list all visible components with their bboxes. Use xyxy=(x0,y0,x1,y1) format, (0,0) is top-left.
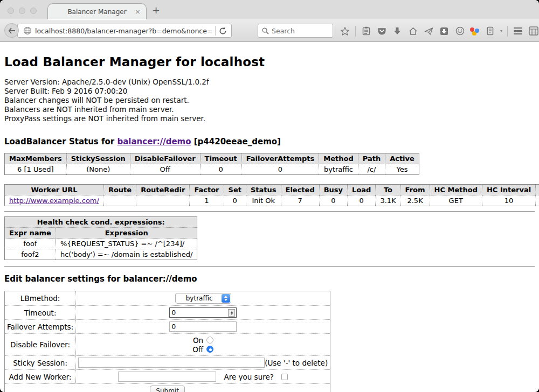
timeout-row: Timeout: xyxy=(5,306,330,320)
balancer-status-table: MaxMembers StickySession DisableFailover… xyxy=(4,153,419,175)
radio-off[interactable] xyxy=(206,346,213,353)
zoom-window-button[interactable] xyxy=(30,8,37,14)
number-spinner-icon[interactable] xyxy=(228,309,235,317)
balancer-demo-link[interactable]: balancer://demo xyxy=(117,137,191,146)
health-table-title-row: Health check cond. expressions: xyxy=(5,217,197,228)
window-controls xyxy=(8,8,37,14)
notes-panel-icon[interactable] xyxy=(485,26,495,37)
col-status: Status xyxy=(246,185,281,195)
col-elected: Elected xyxy=(281,185,319,195)
submit-button[interactable]: Submit xyxy=(150,386,185,392)
cell-elected: 7 xyxy=(281,195,319,206)
col-path: Path xyxy=(358,153,385,164)
download-panel-icon[interactable] xyxy=(439,26,450,37)
reload-icon[interactable] xyxy=(219,27,227,35)
sticky-session-input[interactable] xyxy=(78,358,265,368)
lbmethod-row: LBmethod: bytraffic xyxy=(5,291,330,306)
lbmethod-select[interactable]: bytraffic xyxy=(175,293,231,304)
sticky-session-row: Sticky Session: (Use '-' to delete) xyxy=(5,356,330,370)
cell-from: 2.5K xyxy=(400,195,430,206)
submit-row: Submit xyxy=(5,384,330,392)
status-heading-suffix: [p4420eeae_demo] xyxy=(191,137,281,146)
url-text[interactable]: localhost:8880/balancer-manager?b=demo&n… xyxy=(35,27,212,35)
timeout-label: Timeout: xyxy=(5,306,76,320)
radio-on[interactable] xyxy=(206,337,213,344)
home-icon[interactable] xyxy=(407,26,418,37)
search-input[interactable] xyxy=(272,27,333,35)
add-worker-row: Add New Worker: Are you sure? xyxy=(5,370,330,384)
cell-path: /c/ xyxy=(358,164,385,175)
cell-load: 0 xyxy=(348,195,376,206)
cell-busy: 0 xyxy=(319,195,347,206)
cell-disablefailover: Off xyxy=(130,164,200,175)
disable-failover-row: Disable Failover: On Off xyxy=(5,334,330,356)
clipboard-icon[interactable] xyxy=(361,26,371,37)
cell-failoverattempts: 0 xyxy=(241,164,319,175)
server-info: Server Version: Apache/2.5.0-dev (Unix) … xyxy=(4,78,535,123)
cell-route xyxy=(103,195,136,206)
failover-attempts-input[interactable] xyxy=(169,321,237,332)
toolbar-icons: ▾ xyxy=(340,20,539,42)
col-method: Method xyxy=(319,153,358,164)
are-you-sure-checkbox[interactable] xyxy=(281,374,288,380)
page-content: Load Balancer Manager for localhost Serv… xyxy=(0,42,539,392)
chevron-down-icon[interactable]: ▾ xyxy=(500,29,502,33)
new-tab-button[interactable]: + xyxy=(152,4,160,16)
disable-failover-cell: On Off xyxy=(76,334,330,356)
browser-window: Balancer Manager × + localhost:8880/bala… xyxy=(0,0,539,392)
lbmethod-cell: bytraffic xyxy=(76,291,330,306)
col-passes: Passes xyxy=(536,185,539,195)
minimize-window-button[interactable] xyxy=(19,8,25,14)
col-expr-name: Expr name xyxy=(5,228,56,239)
cell-factor: 1 xyxy=(190,195,224,206)
worker-table: Worker URL Route RouteRedir Factor Set S… xyxy=(4,184,539,206)
cell-routeredir xyxy=(136,195,190,206)
url-bar[interactable]: localhost:8880/balancer-manager?b=demo&n… xyxy=(17,24,232,38)
pocket-icon[interactable] xyxy=(376,26,387,37)
are-you-sure-label: Are you sure? xyxy=(224,373,274,381)
back-button[interactable] xyxy=(4,23,19,38)
tab-close-icon[interactable]: × xyxy=(135,8,141,16)
cell-timeout: 0 xyxy=(200,164,241,175)
radio-off-label: Off xyxy=(192,345,203,354)
server-built-line: Server Built: Feb 9 2016 07:00:20 xyxy=(4,87,535,96)
close-window-button[interactable] xyxy=(8,8,14,14)
tab-balancer-manager[interactable]: Balancer Manager × xyxy=(47,3,147,19)
status-table-header-row: MaxMembers StickySession DisableFailover… xyxy=(5,153,419,164)
toolbar-divider xyxy=(355,26,356,37)
tile-grid-icon[interactable] xyxy=(528,26,539,37)
menu-hamburger-icon[interactable] xyxy=(513,26,523,37)
failover-attempts-label: Failover Attempts: xyxy=(5,320,76,334)
radio-on-label: On xyxy=(193,336,203,345)
col-hc-interval: HC Interval xyxy=(482,185,535,195)
add-worker-label: Add New Worker: xyxy=(5,370,76,384)
feedback-smiley-icon[interactable] xyxy=(454,26,465,37)
colorful-dots-icon[interactable] xyxy=(470,26,480,36)
col-active: Active xyxy=(385,153,419,164)
col-busy: Busy xyxy=(319,185,347,195)
col-disablefailover: DisableFailover xyxy=(130,153,200,164)
timeout-input[interactable] xyxy=(169,307,237,318)
lbmethod-label: LBmethod: xyxy=(5,291,76,306)
bookmark-star-icon[interactable] xyxy=(340,26,350,37)
navigation-toolbar: localhost:8880/balancer-manager?b=demo&n… xyxy=(0,20,539,42)
sticky-session-hint: (Use '-' to delete) xyxy=(265,359,328,367)
worker-table-header-row: Worker URL Route RouteRedir Factor Set S… xyxy=(5,185,539,195)
cell-set: 0 xyxy=(224,195,246,206)
disable-failover-label: Disable Failover: xyxy=(5,334,76,356)
health-table-row-foof2: foof2 hc('body') =~ /domain is establish… xyxy=(5,249,197,260)
cell-hc-interval: 10 xyxy=(482,195,535,206)
search-bar[interactable] xyxy=(258,24,333,38)
cell-method: bytraffic xyxy=(319,164,358,175)
col-hc-method: HC Method xyxy=(430,185,482,195)
send-plane-icon[interactable] xyxy=(423,26,434,37)
add-worker-input[interactable] xyxy=(118,372,216,382)
health-check-table: Health check cond. expressions: Expr nam… xyxy=(4,216,197,260)
health-table-row-foof: foof %{REQUEST_STATUS} =~ /^[234]/ xyxy=(5,239,197,249)
worker-url-link[interactable]: http://www.example.com/ xyxy=(9,197,99,205)
cell-stickysession: (None) xyxy=(66,164,130,175)
worker-table-row: http://www.example.com/ 1 0 Init Ok 7 0 … xyxy=(5,195,539,206)
col-to: To xyxy=(376,185,400,195)
col-timeout: Timeout xyxy=(200,153,241,164)
download-icon[interactable] xyxy=(392,26,403,37)
